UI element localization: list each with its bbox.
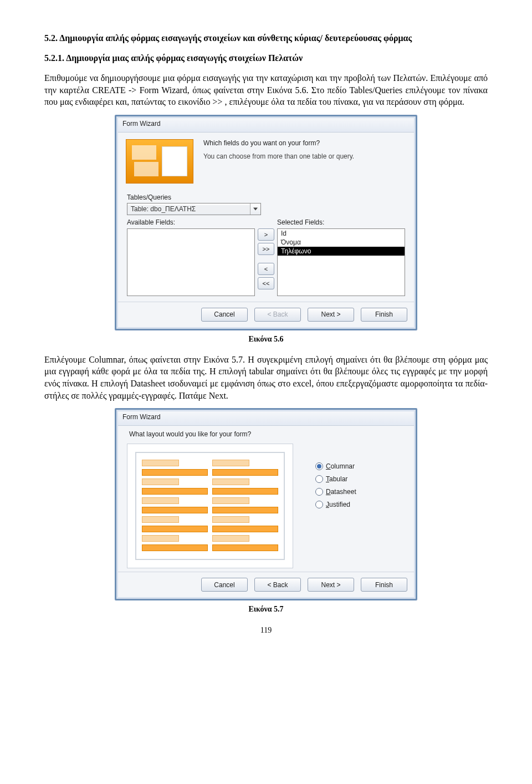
wizard-graphic bbox=[126, 139, 193, 184]
dialog-title: Form Wizard bbox=[118, 118, 414, 133]
tables-queries-combo[interactable]: Table: dbo_ΠΕΛΑΤΗΣ bbox=[127, 203, 261, 215]
list-item[interactable]: Όνομα bbox=[278, 238, 405, 247]
radio-icon bbox=[315, 488, 323, 496]
wizard-subtext: You can choose from more than one table … bbox=[203, 152, 354, 160]
cancel-button[interactable]: Cancel bbox=[201, 308, 248, 322]
back-button[interactable]: < Back bbox=[254, 578, 301, 592]
form-wizard-dialog-fields: Form Wizard Which fields do you want on … bbox=[115, 115, 417, 330]
wizard-question: Which fields do you want on your form? bbox=[203, 139, 354, 147]
cancel-button[interactable]: Cancel bbox=[201, 578, 248, 592]
finish-button[interactable]: Finish bbox=[361, 308, 407, 322]
list-item[interactable]: Id bbox=[278, 229, 405, 238]
move-one-left-button[interactable]: < bbox=[258, 263, 274, 275]
available-fields-label: Available Fields: bbox=[127, 218, 255, 226]
radio-label: Datasheet bbox=[326, 488, 356, 496]
figure-5-7-caption: Εικόνα 5.7 bbox=[44, 605, 488, 614]
next-button[interactable]: Next > bbox=[308, 578, 354, 592]
available-fields-list[interactable] bbox=[127, 228, 255, 296]
subsection-heading: 5.2.1. Δημιουργία μιας απλής φόρμας εισα… bbox=[44, 53, 488, 63]
subsection-title: Δημιουργία μιας απλής φόρμας εισαγωγής σ… bbox=[66, 53, 303, 63]
radio-label: Columnar bbox=[326, 462, 355, 470]
radio-icon bbox=[315, 475, 323, 483]
layout-option-justified[interactable]: Justified bbox=[315, 501, 356, 508]
dialog-title: Form Wizard bbox=[118, 411, 414, 426]
dialog-button-row: Cancel < Back Next > Finish bbox=[118, 572, 414, 597]
form-wizard-dialog-layout: Form Wizard What layout would you like f… bbox=[115, 408, 417, 600]
tables-queries-value: Table: dbo_ΠΕΛΑΤΗΣ bbox=[127, 205, 250, 213]
dialog-button-row: Cancel < Back Next > Finish bbox=[118, 302, 414, 327]
figure-5-6: Form Wizard Which fields do you want on … bbox=[44, 115, 488, 330]
chevron-down-icon[interactable] bbox=[250, 203, 260, 215]
section-num: 5.2. bbox=[44, 33, 58, 43]
radio-label: Justified bbox=[326, 501, 350, 508]
layout-preview bbox=[127, 444, 293, 568]
layout-option-tabular[interactable]: Tabular bbox=[315, 475, 356, 483]
wizard-question-block: Which fields do you want on your form? Y… bbox=[203, 139, 354, 160]
next-button[interactable]: Next > bbox=[308, 308, 354, 322]
move-one-right-button[interactable]: > bbox=[258, 228, 274, 241]
figure-5-7: Form Wizard What layout would you like f… bbox=[44, 408, 488, 600]
radio-icon bbox=[315, 462, 323, 470]
paragraph-2: Επιλέγουμε Columnar, όπως φαίνεται στην … bbox=[44, 354, 488, 401]
back-button: < Back bbox=[254, 308, 301, 322]
tables-queries-label: Tables/Queries bbox=[127, 194, 405, 201]
move-all-left-button[interactable]: << bbox=[258, 277, 274, 289]
paragraph-1: Επιθυμούμε να δημιουργήσουμε μια φόρμα ε… bbox=[44, 72, 488, 108]
figure-5-6-caption: Εικόνα 5.6 bbox=[44, 335, 488, 344]
wizard-question: What layout would you like for your form… bbox=[129, 430, 405, 438]
finish-button[interactable]: Finish bbox=[361, 578, 407, 592]
layout-options: Columnar Tabular Datasheet Justifie bbox=[293, 444, 356, 508]
section-heading: 5.2. Δημιουργία απλής φόρμας εισαγωγής σ… bbox=[44, 33, 488, 43]
layout-option-datasheet[interactable]: Datasheet bbox=[315, 488, 356, 496]
layout-option-columnar[interactable]: Columnar bbox=[315, 462, 356, 470]
section-title: Δημιουργία απλής φόρμας εισαγωγής στοιχε… bbox=[59, 33, 412, 43]
move-all-right-button[interactable]: >> bbox=[258, 243, 274, 255]
subsection-num: 5.2.1. bbox=[44, 53, 64, 63]
move-buttons-column: > >> < << bbox=[255, 228, 277, 296]
page-number: 119 bbox=[44, 626, 488, 635]
selected-fields-list[interactable]: Id Όνομα Τηλέφωνο bbox=[277, 228, 405, 296]
radio-label: Tabular bbox=[326, 475, 347, 483]
selected-fields-label: Selected Fields: bbox=[277, 218, 405, 226]
list-item[interactable]: Τηλέφωνο bbox=[278, 247, 405, 256]
radio-icon bbox=[315, 501, 323, 508]
